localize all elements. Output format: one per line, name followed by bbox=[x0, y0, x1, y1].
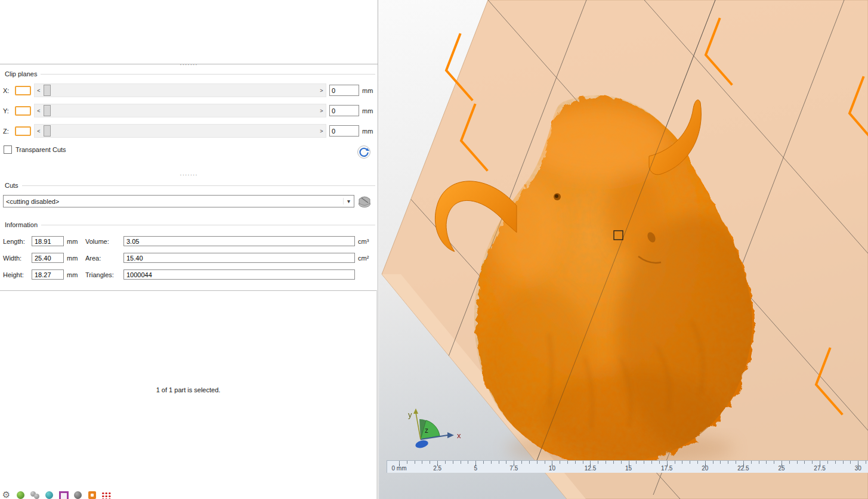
chevron-down-icon[interactable]: ▾ bbox=[343, 198, 354, 204]
length-unit: mm bbox=[64, 238, 85, 245]
width-unit: mm bbox=[64, 255, 85, 262]
clip-y-toggle[interactable] bbox=[15, 106, 31, 116]
splitter-handle-2[interactable]: ······· bbox=[0, 173, 378, 178]
green-part-icon[interactable] bbox=[16, 490, 26, 499]
clip-z-toggle[interactable] bbox=[15, 126, 31, 136]
cuts-dropdown-value: <cutting disabled> bbox=[4, 198, 343, 205]
ruler-label: 22.5 bbox=[737, 465, 749, 472]
area-field[interactable] bbox=[123, 253, 355, 263]
ruler-label: 27.5 bbox=[814, 465, 825, 472]
control-panel: ······· Clip planes X: < > mm Y: < bbox=[0, 0, 379, 499]
selection-status-panel: 1 of 1 part is selected. bbox=[0, 290, 377, 499]
ruler-label: 0 mm bbox=[392, 465, 407, 472]
ruler-label: 17.5 bbox=[661, 465, 672, 472]
ruler-label: 30 bbox=[855, 465, 861, 472]
axis-z-label: Z: bbox=[3, 128, 12, 135]
red-points-icon[interactable] bbox=[101, 490, 112, 499]
selection-status-text: 1 of 1 part is selected. bbox=[0, 386, 376, 393]
slider-left-button[interactable]: < bbox=[35, 84, 43, 97]
slider-right-button[interactable]: > bbox=[317, 125, 326, 137]
ruler-label: 15 bbox=[625, 465, 632, 472]
info-row-width-area: Width: mm Area: cm² bbox=[3, 252, 375, 264]
information-group-title: Information bbox=[5, 221, 375, 229]
axis-x-label: X: bbox=[3, 87, 12, 94]
ruler: 0 mm2.557.51012.51517.52022.52527.530 bbox=[387, 460, 868, 473]
slider-right-button[interactable]: > bbox=[317, 84, 326, 97]
eye-pupil bbox=[555, 194, 558, 198]
height-label: Height: bbox=[3, 271, 32, 278]
scene-canvas: y x z bbox=[379, 0, 868, 499]
splitter-handle-1[interactable]: ······· bbox=[0, 63, 378, 67]
slider-left-button[interactable]: < bbox=[35, 125, 43, 137]
cuts-group-title: Cuts bbox=[5, 181, 375, 190]
length-label: Length: bbox=[3, 238, 32, 245]
info-row-length-volume: Length: mm Volume: cm³ bbox=[3, 235, 375, 247]
length-field[interactable] bbox=[32, 236, 64, 246]
slider-track[interactable] bbox=[43, 104, 317, 117]
axis-y-label: Y: bbox=[3, 107, 12, 114]
upper-empty-panel bbox=[0, 0, 378, 64]
orange-platform-icon[interactable] bbox=[87, 490, 97, 499]
dark-part-icon[interactable] bbox=[73, 490, 83, 499]
clip-plane-row-y: Y: < > mm bbox=[3, 104, 375, 117]
clip-plane-row-x: X: < > mm bbox=[3, 84, 375, 97]
unit-label: mm bbox=[362, 107, 375, 114]
slider-track[interactable] bbox=[43, 84, 317, 97]
area-unit: cm² bbox=[355, 255, 375, 262]
ruler-label: 2.5 bbox=[433, 465, 441, 472]
cuts-dropdown[interactable]: <cutting disabled> ▾ bbox=[3, 195, 354, 207]
ruler-label: 25 bbox=[778, 465, 784, 472]
width-field[interactable] bbox=[32, 253, 64, 263]
group-rule bbox=[41, 225, 375, 225]
height-field[interactable] bbox=[32, 269, 64, 280]
slider-handle[interactable] bbox=[44, 125, 51, 137]
info-row-height-triangles: Height: mm Triangles: bbox=[3, 268, 375, 281]
ruler-label: 5 bbox=[474, 465, 477, 472]
unit-label: mm bbox=[362, 128, 375, 135]
clip-plane-row-z: Z: < > mm bbox=[3, 125, 375, 137]
transparent-cuts-checkbox[interactable] bbox=[4, 145, 12, 154]
triangles-label: Triangles: bbox=[85, 271, 123, 278]
purple-frame-icon[interactable] bbox=[58, 490, 69, 499]
clip-planes-title: Clip planes bbox=[5, 70, 37, 78]
cut-tool-icon bbox=[357, 193, 373, 209]
clip-z-value-input[interactable] bbox=[329, 125, 359, 137]
bottom-toolbar: ⚙ bbox=[1, 490, 112, 499]
gray-parts-icon[interactable] bbox=[30, 490, 40, 499]
slider-right-button[interactable]: > bbox=[317, 104, 326, 117]
volume-label: Volume: bbox=[85, 238, 123, 245]
y-axis-label: y bbox=[408, 410, 412, 419]
application-window: ······· Clip planes X: < > mm Y: < bbox=[0, 0, 868, 499]
height-unit: mm bbox=[64, 271, 85, 278]
volume-unit: cm³ bbox=[355, 238, 375, 245]
teal-part-icon[interactable] bbox=[44, 490, 54, 499]
cuts-title: Cuts bbox=[5, 182, 18, 189]
clip-x-value-input[interactable] bbox=[329, 85, 359, 96]
clip-y-value-input[interactable] bbox=[329, 105, 359, 116]
ruler-label: 12.5 bbox=[585, 465, 596, 472]
width-label: Width: bbox=[3, 255, 32, 262]
transparent-cuts-label: Transparent Cuts bbox=[16, 146, 66, 153]
volume-field[interactable] bbox=[123, 236, 355, 246]
group-rule bbox=[22, 185, 375, 186]
slider-handle[interactable] bbox=[44, 85, 51, 96]
clip-x-toggle[interactable] bbox=[15, 86, 31, 95]
group-rule bbox=[41, 74, 375, 75]
slider-handle[interactable] bbox=[44, 105, 51, 116]
reset-clip-planes-button[interactable] bbox=[356, 144, 372, 160]
transparent-cuts-row: Transparent Cuts bbox=[4, 145, 66, 154]
panel-divider[interactable] bbox=[378, 0, 378, 499]
clip-x-slider[interactable]: < > bbox=[34, 83, 326, 97]
new-cut-button[interactable] bbox=[357, 193, 373, 209]
information-title: Information bbox=[5, 221, 38, 228]
slider-track[interactable] bbox=[43, 125, 317, 137]
clip-y-slider[interactable]: < > bbox=[34, 104, 326, 117]
clip-z-slider[interactable]: < > bbox=[34, 124, 326, 138]
x-axis-label: x bbox=[457, 431, 461, 440]
triangles-field[interactable] bbox=[123, 269, 355, 280]
slider-left-button[interactable]: < bbox=[35, 104, 43, 117]
area-label: Area: bbox=[85, 255, 123, 262]
z-axis-label: z bbox=[425, 426, 428, 435]
settings-gear-icon[interactable]: ⚙ bbox=[1, 490, 11, 499]
viewport-3d[interactable]: y x z 0 mm2.557.51012.51517.52022.52527.… bbox=[379, 0, 868, 499]
